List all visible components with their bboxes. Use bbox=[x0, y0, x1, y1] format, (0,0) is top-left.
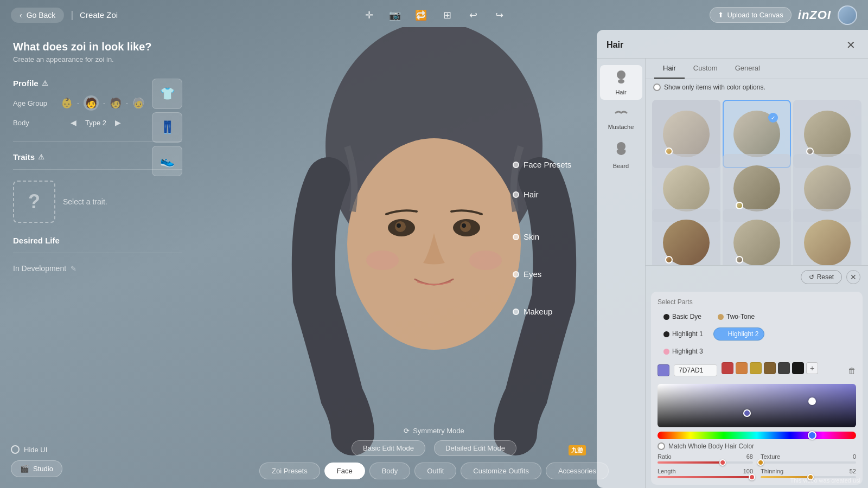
separator: | bbox=[71, 9, 73, 21]
tab-customize-outfits[interactable]: Customize Outfits bbox=[461, 463, 541, 479]
add-swatch-button[interactable]: + bbox=[806, 362, 818, 374]
grid-icon[interactable]: ⊞ bbox=[438, 7, 456, 24]
hair-panel-header: Hair ✕ bbox=[597, 30, 868, 59]
selected-check: ✓ bbox=[768, 113, 778, 123]
tab-body[interactable]: Body bbox=[369, 463, 411, 479]
profile-thumbnails: 👕 👖 👟 bbox=[152, 79, 182, 176]
chip-highlight-1[interactable]: Highlight 1 bbox=[658, 328, 709, 341]
hair-nav-mustache[interactable]: Mustache bbox=[600, 103, 642, 134]
svg-point-7 bbox=[462, 223, 466, 228]
hair-tab-general[interactable]: General bbox=[726, 59, 769, 79]
page-title: Create Zoi bbox=[80, 10, 118, 20]
eyes-label[interactable]: Eyes bbox=[513, 269, 541, 279]
color-chips-row-2: Highlight 1 Highlight 2 bbox=[658, 328, 856, 341]
user-avatar[interactable] bbox=[838, 5, 857, 25]
hex-input[interactable] bbox=[674, 364, 717, 376]
chip-two-tone-dot bbox=[718, 314, 724, 320]
hair-dot bbox=[513, 191, 519, 198]
svg-point-10 bbox=[617, 70, 626, 79]
age-baby-icon[interactable]: 👶 bbox=[61, 97, 73, 109]
preset-swatch-6[interactable] bbox=[792, 362, 804, 374]
hair-panel-title: Hair bbox=[607, 40, 623, 50]
age-adult-icon[interactable]: 🧑 bbox=[84, 95, 99, 111]
skin-label[interactable]: Skin bbox=[513, 232, 539, 241]
detailed-edit-button[interactable]: Detailed Edit Mode bbox=[434, 440, 516, 456]
body-prev-button[interactable]: ◀ bbox=[67, 117, 80, 128]
profile-thumb-2[interactable]: 👖 bbox=[152, 112, 182, 143]
desired-life-divider bbox=[13, 253, 182, 253]
tab-accessories[interactable]: Accessories bbox=[546, 463, 609, 479]
profile-thumb-3[interactable]: 👟 bbox=[152, 146, 182, 176]
nav-tabs: Zoi Presets Face Body Outfit Customize O… bbox=[259, 463, 609, 479]
hair-item[interactable] bbox=[793, 209, 861, 265]
hair-tab-hair[interactable]: Hair bbox=[654, 59, 685, 79]
skin-dot bbox=[513, 234, 519, 240]
makeup-dot bbox=[513, 309, 519, 315]
edit-icon[interactable]: ✎ bbox=[71, 265, 76, 273]
hair-label[interactable]: Hair bbox=[513, 190, 539, 199]
gradient-box[interactable] bbox=[658, 384, 856, 427]
body-next-button[interactable]: ▶ bbox=[112, 117, 124, 128]
hex-row: + 🗑 bbox=[658, 362, 856, 378]
tab-zoi-presets[interactable]: Zoi Presets bbox=[259, 463, 320, 479]
tab-outfit[interactable]: Outfit bbox=[414, 463, 456, 479]
tool-icon-1[interactable]: ✛ bbox=[360, 7, 378, 24]
preset-swatches: + bbox=[722, 362, 818, 374]
close-reset-button[interactable]: ✕ bbox=[846, 270, 860, 284]
camera-icon[interactable]: 📷 bbox=[386, 7, 404, 24]
color-swatch[interactable] bbox=[658, 364, 669, 376]
preset-swatch-3[interactable] bbox=[750, 362, 762, 374]
makeup-label[interactable]: Makeup bbox=[513, 307, 552, 316]
chip-two-tone[interactable]: Two-Tone bbox=[712, 310, 761, 323]
age-group-label: Age Group bbox=[13, 99, 61, 107]
desired-life-value-row: In Development ✎ bbox=[13, 264, 182, 273]
rotate-icon[interactable]: 🔁 bbox=[412, 7, 430, 24]
hair-panel-body: Hair Mustache Beard bbox=[597, 59, 868, 488]
chip-basic-dye[interactable]: Basic Dye bbox=[658, 310, 707, 323]
upload-canvas-button[interactable]: ⬆ Upload to Canvas bbox=[710, 7, 791, 23]
hair-item[interactable] bbox=[723, 209, 791, 265]
hair-tab-custom[interactable]: Custom bbox=[685, 59, 726, 79]
go-back-button[interactable]: ‹ Go Back bbox=[11, 8, 64, 23]
close-panel-button[interactable]: ✕ bbox=[843, 37, 858, 53]
preset-swatch-4[interactable] bbox=[764, 362, 776, 374]
hair-nav-hair[interactable]: Hair bbox=[600, 65, 642, 100]
face-presets-label[interactable]: Face Presets bbox=[513, 160, 571, 169]
svg-point-8 bbox=[366, 251, 399, 270]
age-middle-icon[interactable]: 🧑 bbox=[110, 97, 122, 109]
toolbar-icons: ✛ 📷 🔁 ⊞ ↩ ↪ bbox=[360, 7, 508, 24]
hair-nav-beard-icon bbox=[614, 142, 629, 160]
basic-edit-button[interactable]: Basic Edit Mode bbox=[352, 440, 425, 456]
preset-swatch-2[interactable] bbox=[736, 362, 748, 374]
chip-highlight-2[interactable]: Highlight 2 bbox=[713, 328, 765, 341]
face-presets-dot bbox=[513, 162, 519, 168]
preset-swatch-5[interactable] bbox=[778, 362, 790, 374]
trait-question-icon: ? bbox=[28, 190, 40, 213]
top-right-area: ⬆ Upload to Canvas inZOI bbox=[710, 5, 857, 25]
trait-placeholder: ? Select a trait. bbox=[13, 181, 182, 223]
reset-button[interactable]: ↺ Reset bbox=[801, 270, 842, 284]
hair-item[interactable] bbox=[652, 209, 720, 265]
desired-life-text: In Development bbox=[13, 264, 66, 273]
trait-box[interactable]: ? bbox=[13, 181, 55, 223]
redo-icon[interactable]: ↪ bbox=[490, 7, 508, 24]
chip-highlight-2-dot bbox=[719, 331, 725, 337]
symmetry-icon: ⟳ bbox=[404, 427, 410, 435]
profile-thumb-1[interactable]: 👕 bbox=[152, 79, 182, 109]
chip-highlight-3-dot bbox=[663, 349, 669, 355]
symmetry-mode-toggle[interactable]: ⟳ Symmetry Mode bbox=[404, 427, 464, 435]
hair-nav-mustache-label: Mustache bbox=[608, 124, 634, 130]
hair-nav-hair-icon bbox=[614, 69, 628, 87]
age-senior-icon[interactable]: 🧓 bbox=[132, 97, 144, 109]
hair-nav-beard[interactable]: Beard bbox=[600, 138, 642, 174]
color-picker-area[interactable] bbox=[658, 384, 856, 427]
undo-icon[interactable]: ↩ bbox=[464, 7, 482, 24]
profile-warning-icon: ⚠ bbox=[42, 79, 48, 87]
preset-swatch-1[interactable] bbox=[722, 362, 733, 374]
back-arrow-icon: ‹ bbox=[20, 11, 22, 20]
show-only-radio[interactable] bbox=[653, 84, 661, 91]
tab-face[interactable]: Face bbox=[324, 463, 365, 479]
delete-color-button[interactable]: 🗑 bbox=[848, 366, 856, 375]
hair-nav-hair-label: Hair bbox=[615, 89, 626, 95]
chip-highlight-3[interactable]: Highlight 3 bbox=[658, 345, 709, 358]
